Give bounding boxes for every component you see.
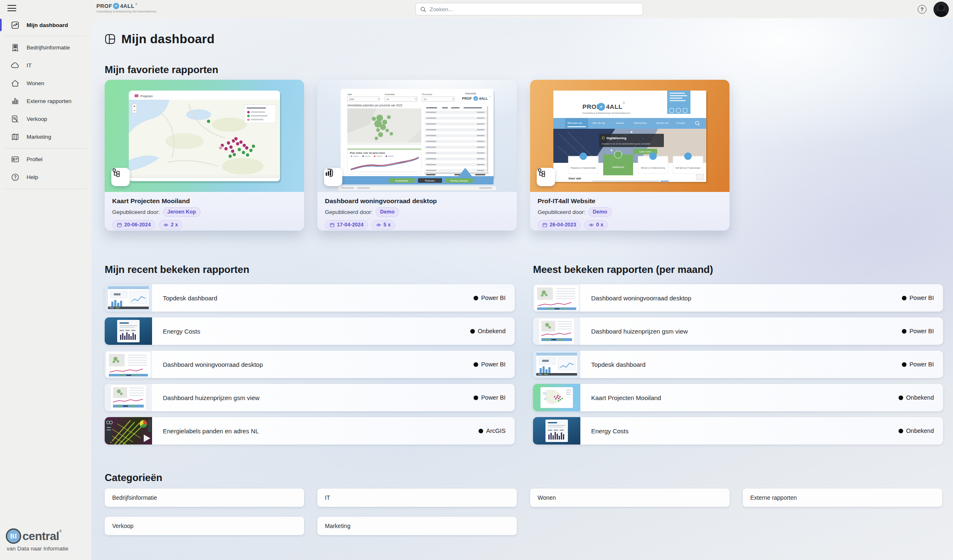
sidebar-item-profiel[interactable]: Profiel: [0, 152, 91, 167]
report-thumbnail-map: Projecten: [105, 80, 304, 192]
sidebar: Mijn dashboard Bedrijfsinformatie IT Won…: [0, 18, 91, 560]
bicentral-logo: BI central ® van Data naar Informatie: [6, 528, 89, 552]
svg-text:4ALL: 4ALL: [606, 103, 623, 110]
report-row-thumbnail: [533, 417, 580, 445]
sidebar-item-help[interactable]: Help: [0, 169, 91, 184]
sidebar-item-label: IT: [27, 62, 32, 69]
report-row-title: Energy Costs: [163, 328, 470, 335]
sidebar-item-wonen[interactable]: Wonen: [0, 76, 91, 91]
platform-dot-icon: [902, 362, 906, 367]
eye-icon: [376, 222, 381, 228]
svg-text:Projecten: Projecten: [140, 95, 153, 98]
svg-text:Voor wie: Voor wie: [568, 177, 581, 180]
platform-dot-icon: [899, 429, 903, 433]
sidebar-item-bedrijfsinformatie[interactable]: Bedrijfsinformatie: [0, 40, 91, 55]
sidebar-item-label: Help: [27, 174, 38, 180]
categories-grid: Bedrijfsinformatie IT Wonen Externe rapp…: [105, 489, 943, 535]
views-badge: 5 x: [371, 220, 395, 230]
sidebar-item-it[interactable]: IT: [0, 58, 91, 73]
platform-label: Onbekend: [470, 328, 506, 334]
report-row-woningvoorraad[interactable]: Dashboard woningvoorraad desktop Power B…: [533, 284, 943, 312]
home-icon: [11, 78, 21, 88]
svg-text:Werken bij: Werken bij: [656, 122, 668, 124]
favorite-card-dashboard-woningvoorraad[interactable]: Jaar 1998 Kwartaal All Provincie All Pow…: [317, 80, 517, 231]
report-row-energielabels[interactable]: Energielabels panden en adres NL ArcGIS: [105, 417, 515, 445]
category-button-marketing[interactable]: Marketing: [317, 517, 517, 535]
svg-text:Nieuws: Nieuws: [616, 122, 624, 124]
profit4all-logo: PROF IT 4ALL ® Consultancy & Detachering…: [96, 3, 156, 13]
svg-text:Jaar: Jaar: [347, 93, 352, 96]
favorite-card-footer: Dashboard woningvoorraad desktop Gepubli…: [317, 192, 517, 231]
publisher-badge: Jeroen Kop: [163, 207, 201, 217]
report-row-topdesk-dashboard[interactable]: Topdesk dashboard Power BI: [533, 351, 943, 378]
category-button-bedrijfsinformatie[interactable]: Bedrijfsinformatie: [105, 489, 304, 507]
favorite-card-footer: Prof-IT4all Website Gepubliceerd door: D…: [530, 192, 729, 231]
favorite-card-kaart-projecten-mooiland[interactable]: Projecten: [105, 80, 304, 231]
platform-dot-icon: [474, 362, 478, 367]
favorite-card-profit4all-website[interactable]: PROF IT 4ALL ® Consultancy & Detachering…: [530, 80, 729, 231]
bar-chart-icon: [11, 96, 21, 106]
svg-text:IT: IT: [475, 98, 476, 100]
search-icon: [420, 6, 426, 12]
search-input[interactable]: [430, 6, 639, 12]
report-row-title: Topdesk dashboard: [591, 361, 902, 368]
category-button-verkoop[interactable]: Verkoop: [105, 517, 304, 535]
help-circle-icon[interactable]: ?: [918, 5, 926, 14]
sidebar-item-label: Bedrijfsinformatie: [27, 44, 70, 51]
sidebar-item-externe-rapporten[interactable]: Externe rapporten: [0, 93, 91, 108]
categories-heading: Categorieën: [105, 472, 943, 484]
svg-text:All: All: [386, 98, 389, 101]
report-row-title: Topdesk dashboard: [163, 295, 474, 302]
category-button-it[interactable]: IT: [317, 489, 517, 507]
category-button-externe-rapporten[interactable]: Externe rapporten: [743, 489, 942, 507]
date-badge: 20-06-2024: [112, 220, 155, 230]
avatar[interactable]: [933, 2, 949, 17]
published-by-label: Gepubliceerd door:: [325, 209, 373, 215]
building-icon: [11, 42, 21, 52]
category-button-wonen[interactable]: Wonen: [530, 489, 729, 507]
svg-text:Hoofdpagina: Hoofdpagina: [395, 179, 408, 182]
sidebar-item-verkoop[interactable]: Verkoop: [0, 111, 91, 126]
report-row-thumbnail: [533, 284, 580, 312]
sale-icon: [11, 114, 21, 124]
menu-hamburger-icon[interactable]: [7, 5, 18, 14]
report-row-woningvoorraad[interactable]: Dashboard woningvoorraad desktop Power B…: [105, 351, 515, 378]
report-row-kaart-projecten[interactable]: Kaart Projecten Mooiland Onbekend: [533, 384, 943, 411]
search-box: [415, 3, 643, 15]
report-row-huizenprijzen-gsm[interactable]: Dashboard huizenprijzen gsm view Power B…: [533, 317, 943, 345]
svg-text:4ALL: 4ALL: [479, 96, 488, 101]
publisher-badge: Demo: [588, 207, 612, 217]
brand-prof: PROF: [96, 3, 112, 9]
report-row-topdesk-dashboard[interactable]: Topdesk dashboard Power BI: [105, 284, 515, 312]
main-panel: Mijn dashboard Mijn favoriete rapporten …: [91, 18, 953, 560]
platform-dot-icon: [902, 329, 906, 334]
calendar-icon: [542, 222, 548, 228]
date-badge: 26-04-2023: [538, 220, 581, 230]
active-indicator: [0, 19, 2, 31]
platform-label: ArcGIS: [479, 427, 506, 434]
report-row-huizenprijzen-gsm[interactable]: Dashboard huizenprijzen gsm view Power B…: [105, 384, 515, 411]
svg-text:Provincie: Provincie: [422, 93, 432, 96]
platform-dot-icon: [899, 395, 903, 400]
report-row-thumbnail: [105, 384, 152, 411]
bicentral-bi-circle: BI: [6, 528, 21, 544]
brand-registered-mark: ®: [135, 3, 137, 5]
platform-dot-icon: [474, 296, 478, 300]
report-row-title: Kaart Projecten Mooiland: [591, 394, 899, 401]
report-row-thumbnail: [533, 351, 580, 378]
svg-text:Self Service IT oplossingen: Self Service IT oplossingen: [675, 167, 701, 169]
favorites-cards: Projecten: [105, 80, 943, 231]
report-row-energy-costs[interactable]: Energy Costs Onbekend: [105, 317, 515, 345]
eye-icon: [163, 222, 169, 228]
platform-dot-icon: [479, 429, 483, 433]
published-by-label: Gepubliceerd door:: [538, 209, 585, 215]
workflow-icon: [537, 168, 555, 186]
svg-text:Consultancy & Detachering met: Consultancy & Detachering met brancheken…: [582, 112, 630, 114]
sidebar-item-mijn-dashboard[interactable]: Mijn dashboard: [0, 17, 91, 32]
platform-dot-icon: [474, 395, 478, 400]
sidebar-item-marketing[interactable]: Marketing: [0, 129, 91, 144]
svg-text:Woning voorraad: Woning voorraad: [450, 179, 468, 182]
report-row-thumbnail: [533, 317, 580, 345]
bicentral-wordmark: central: [22, 530, 59, 543]
report-row-energy-costs[interactable]: Energy Costs Onbekend: [533, 417, 943, 445]
